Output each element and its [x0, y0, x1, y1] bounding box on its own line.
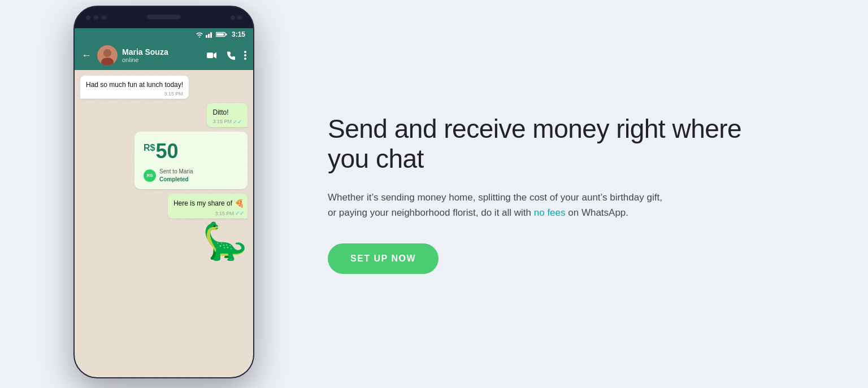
more-options-icon[interactable]: [244, 51, 246, 60]
phone-call-icon[interactable]: [226, 51, 235, 60]
msg-sent-2: Here is my share of 🍕 3:15 PM ✓✓: [168, 194, 248, 219]
no-fees-link[interactable]: no fees: [534, 207, 566, 218]
payment-status: Completed: [159, 176, 193, 184]
payment-amount: R$ 50: [144, 139, 238, 163]
svg-point-7: [103, 49, 111, 57]
chat-header: ← Maria Souza online: [75, 41, 253, 70]
camera-dot-3: [102, 15, 106, 20]
phone-camera-left: [86, 15, 106, 20]
video-call-icon[interactable]: [207, 51, 217, 59]
svg-rect-1: [208, 34, 210, 38]
phone-top-bar: [75, 7, 253, 28]
status-bar: 3:15: [75, 28, 253, 41]
contact-name: Maria Souza: [122, 47, 202, 56]
payment-sender-avatar: RS: [144, 169, 156, 182]
phone-section: 3:15 ← Maria Souza online: [45, 0, 283, 388]
contact-status: online: [122, 56, 202, 63]
phone-device: 3:15 ← Maria Souza online: [73, 6, 254, 378]
sticker-area: 🦕: [202, 223, 248, 259]
phone-speaker: [147, 15, 181, 19]
msg-received-1: Had so much fun at lunch today! 3:15 PM: [80, 76, 189, 99]
avatar-image: [97, 45, 118, 66]
svg-rect-5: [225, 33, 227, 36]
payment-info: RS Sent to Maria Completed: [144, 168, 238, 184]
msg-time-2: 3:15 PM ✓✓: [212, 119, 242, 125]
svg-rect-9: [207, 53, 213, 58]
svg-rect-2: [210, 32, 212, 38]
page-headline: Send and receive money right where you c…: [328, 114, 789, 174]
msg-sent-1: Ditto! 3:15 PM ✓✓: [207, 103, 248, 127]
msg-time-1: 3:15 PM: [86, 91, 183, 97]
camera-dot-sensor: [237, 15, 242, 20]
contact-avatar: [97, 45, 118, 66]
currency-label: R$: [144, 143, 155, 153]
description-part2: on WhatsApp.: [566, 207, 629, 218]
camera-dot-front: [231, 15, 235, 20]
svg-point-10: [244, 51, 246, 53]
setup-now-button[interactable]: SET UP NOW: [328, 243, 439, 274]
svg-point-12: [244, 58, 246, 60]
signal-icon: [206, 31, 214, 38]
payment-card: R$ 50 RS Sent to Maria Completed: [134, 132, 248, 189]
phone-camera-right: [231, 15, 242, 20]
page-description: Whether it’s sending money home, splitti…: [328, 190, 667, 220]
svg-rect-4: [216, 33, 224, 36]
camera-dot-2: [94, 15, 98, 20]
msg-text-3: Here is my share of 🍕: [173, 198, 244, 210]
chat-body: Had so much fun at lunch today! 3:15 PM …: [75, 70, 253, 378]
camera-dot-1: [86, 15, 90, 20]
back-arrow-icon[interactable]: ←: [81, 50, 92, 62]
svg-rect-0: [206, 35, 207, 38]
check-marks-2: ✓✓: [235, 210, 244, 216]
content-section: Send and receive money right where you c…: [283, 91, 823, 296]
header-icons: [207, 51, 246, 60]
msg-text-2: Ditto!: [212, 108, 242, 117]
wifi-icon: [196, 31, 203, 38]
msg-time-3: 3:15 PM ✓✓: [173, 210, 244, 216]
svg-point-11: [244, 54, 246, 56]
sticker: 🦕: [202, 223, 248, 259]
status-icons: 3:15: [196, 30, 245, 38]
msg-text-1: Had so much fun at lunch today!: [86, 80, 183, 90]
payment-recipient: Sent to Maria: [159, 168, 193, 176]
payment-details: Sent to Maria Completed: [159, 168, 193, 184]
check-marks-1: ✓✓: [233, 119, 242, 125]
page-container: 3:15 ← Maria Souza online: [0, 0, 868, 388]
payment-value: 50: [155, 139, 178, 163]
battery-icon: [216, 31, 227, 38]
status-time: 3:15: [232, 30, 245, 38]
contact-info: Maria Souza online: [122, 47, 202, 63]
